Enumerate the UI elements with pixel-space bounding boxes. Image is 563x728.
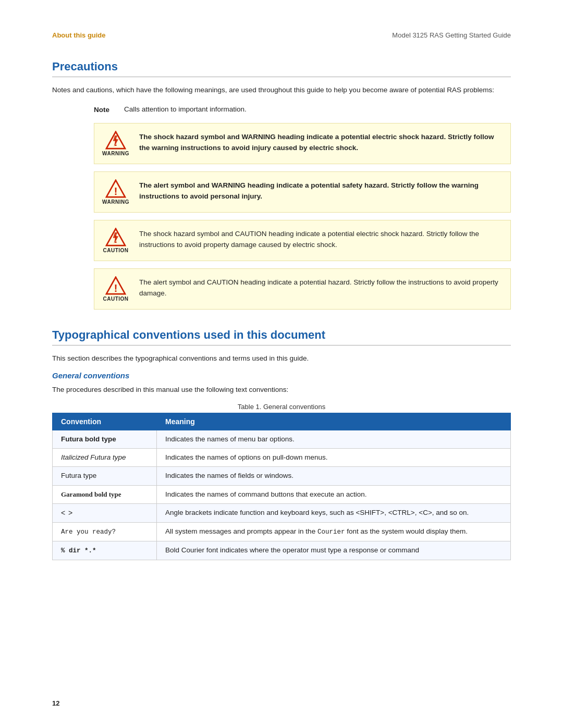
convention-value: Futura type	[61, 472, 96, 479]
caution-text-1: The shock hazard symbol and CAUTION head…	[139, 228, 501, 251]
table-caption: Table 1. General conventions	[52, 403, 511, 411]
header-left: About this guide	[52, 31, 106, 39]
note-label: Note	[94, 105, 115, 114]
col-header-meaning: Meaning	[157, 413, 511, 430]
warning-label-2: WARNING	[102, 199, 129, 205]
convention-cell: Garamond bold type	[53, 485, 157, 503]
precautions-title: Precautions	[52, 60, 511, 77]
meaning-cell: Indicates the names of command buttons t…	[157, 485, 511, 503]
header-bar: About this guide Model 3125 RAS Getting …	[52, 31, 511, 41]
caution-box-2: ! CAUTION The alert symbol and CAUTION h…	[94, 268, 511, 310]
page: About this guide Model 3125 RAS Getting …	[0, 0, 563, 728]
meaning-cell: All system messages and prompts appear i…	[157, 523, 511, 541]
meaning-cell: Indicates the names of menu bar options.	[157, 430, 511, 448]
convention-cell: < >	[53, 503, 157, 522]
convention-cell: Futura bold type	[53, 430, 157, 448]
table-row: Are you ready? All system messages and p…	[53, 523, 511, 541]
caution-box-1: ! CAUTION The shock hazard symbol and CA…	[94, 220, 511, 261]
table-header-row: Convention Meaning	[53, 413, 511, 430]
caution-text-2: The alert symbol and CAUTION heading ind…	[139, 276, 501, 299]
convention-cell: Italicized Futura type	[53, 449, 157, 467]
meaning-cell: Bold Courier font indicates where the op…	[157, 541, 511, 560]
caution-icon-area-2: ! CAUTION	[102, 276, 130, 302]
caution-triangle-2: !	[105, 276, 126, 295]
caution-label-1: CAUTION	[103, 248, 128, 253]
table-row: Futura bold type Indicates the names of …	[53, 430, 511, 448]
warning-box-1: ! WARNING The shock hazard symbol and WA…	[94, 123, 511, 164]
meaning-cell: Indicates the names of options on pull-d…	[157, 449, 511, 467]
warning-text-2: The alert symbol and WARNING heading ind…	[139, 179, 501, 202]
note-row: Note Calls attention to important inform…	[94, 105, 511, 114]
table-row: Futura type Indicates the names of field…	[53, 467, 511, 485]
precautions-intro: Notes and cautions, which have the follo…	[52, 84, 511, 96]
typographical-section: Typographical conventions used in this d…	[52, 328, 511, 560]
meaning-cell: Angle brackets indicate function and key…	[157, 503, 511, 522]
svg-text:!: !	[114, 185, 118, 196]
general-conventions-subtitle: General conventions	[52, 371, 511, 380]
caution-label-2: CAUTION	[103, 296, 128, 302]
convention-value: % dir *.*	[61, 547, 96, 554]
page-number: 12	[52, 699, 59, 707]
convention-value: Are you ready?	[61, 528, 116, 536]
header-right: Model 3125 RAS Getting Started Guide	[392, 31, 511, 39]
table-row: Italicized Futura type Indicates the nam…	[53, 449, 511, 467]
convention-value: Futura bold type	[61, 435, 116, 443]
table-row: < > Angle brackets indicate function and…	[53, 503, 511, 522]
precautions-section: Precautions Notes and cautions, which ha…	[52, 60, 511, 310]
convention-cell: % dir *.*	[53, 541, 157, 560]
warning-box-2: ! WARNING The alert symbol and WARNING h…	[94, 171, 511, 213]
general-conventions-intro: The procedures described in this manual …	[52, 384, 511, 396]
convention-value: Italicized Futura type	[61, 453, 126, 461]
table-row: % dir *.* Bold Courier font indicates wh…	[53, 541, 511, 560]
table-row: Garamond bold type Indicates the names o…	[53, 485, 511, 503]
convention-value: < >	[61, 509, 73, 517]
convention-cell: Are you ready?	[53, 523, 157, 541]
courier-inline: Courier	[317, 528, 345, 536]
typographical-intro: This section describes the typographical…	[52, 353, 511, 364]
caution-triangle-1: !	[105, 228, 126, 246]
conventions-table: Convention Meaning Futura bold type Indi…	[52, 413, 511, 560]
warning-text-1: The shock hazard symbol and WARNING head…	[139, 131, 501, 154]
warning-label-1: WARNING	[102, 151, 129, 156]
warning-triangle-2: !	[105, 179, 126, 198]
caution-icon-area-1: ! CAUTION	[102, 228, 130, 253]
col-header-convention: Convention	[53, 413, 157, 430]
convention-cell: Futura type	[53, 467, 157, 485]
warning-triangle-1: !	[105, 131, 126, 150]
typographical-title: Typographical conventions used in this d…	[52, 328, 511, 346]
svg-text:!: !	[114, 282, 118, 293]
convention-value: Garamond bold type	[61, 490, 121, 498]
meaning-cell: Indicates the names of fields or windows…	[157, 467, 511, 485]
note-text: Calls attention to important information…	[124, 105, 247, 113]
warning-icon-area-1: ! WARNING	[102, 131, 130, 156]
warning-icon-area-2: ! WARNING	[102, 179, 130, 205]
